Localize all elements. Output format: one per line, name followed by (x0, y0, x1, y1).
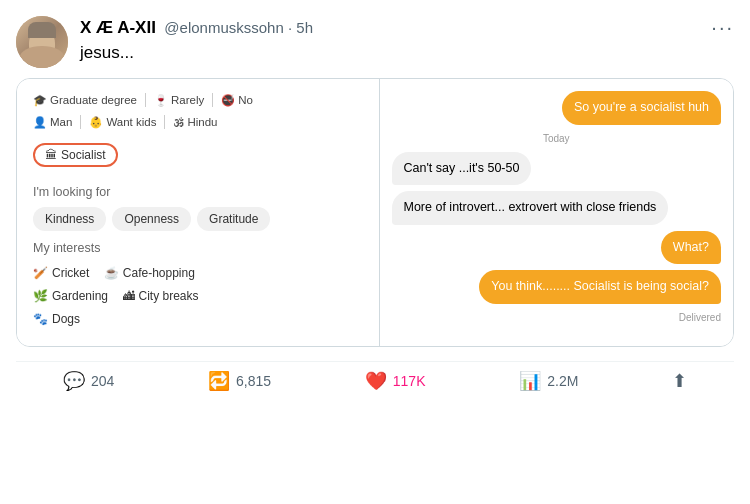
heart-icon: ❤️ (365, 370, 387, 392)
views-count: 2.2M (547, 373, 578, 389)
graduate-tag: 🎓 Graduate degree (33, 93, 137, 107)
tweet-name-row: X Æ A-XII @elonmuskssohn · 5h ··· (80, 16, 734, 39)
no-smoke-icon: 🚭 (221, 94, 235, 107)
tweet: X Æ A-XII @elonmuskssohn · 5h ··· jesus.… (16, 16, 734, 392)
display-name: X Æ A-XII (80, 18, 156, 37)
time: 5h (296, 19, 313, 36)
drink-icon: 🍷 (154, 94, 168, 107)
interests-list-2: 🌿 Gardening 🏙 City breaks (33, 286, 363, 309)
interests-list: 🏏 Cricket ☕ Cafe-hopping (33, 263, 363, 286)
religion-tag: 🕉 Hindu (173, 115, 217, 129)
interests-list-3: 🐾 Dogs (33, 309, 363, 332)
share-icon: ⬆ (672, 370, 687, 392)
smoking-tag: 🚭 No (221, 93, 253, 107)
socialist-tag: 🏛 Socialist (33, 143, 118, 167)
comment-count: 204 (91, 373, 114, 389)
chat-timestamp: Today (392, 133, 722, 144)
rarely-tag: 🍷 Rarely (154, 93, 204, 107)
interest-city: 🏙 City breaks (123, 289, 199, 303)
chat-delivered: Delivered (392, 312, 722, 323)
cafe-icon: ☕ (104, 266, 119, 280)
retweet-action[interactable]: 🔁 6,815 (208, 370, 271, 392)
chat-bubble-received-2: More of introvert... extrovert with clos… (392, 191, 669, 225)
garden-icon: 🌿 (33, 289, 48, 303)
interest-cricket: 🏏 Cricket (33, 266, 89, 280)
chat-bubble-sent-1: So you're a socialist huh (562, 91, 721, 125)
kids-tag: 👶 Want kids (89, 115, 156, 129)
profile-tags-row1: 🎓 Graduate degree 🍷 Rarely 🚭 No (33, 93, 363, 107)
comment-icon: 💬 (63, 370, 85, 392)
pill-kindness: Kindness (33, 207, 106, 231)
chat-bubble-sent-2: What? (661, 231, 721, 265)
tweet-header: X Æ A-XII @elonmuskssohn · 5h ··· jesus.… (16, 16, 734, 68)
more-options-icon[interactable]: ··· (711, 16, 734, 39)
views-icon: 📊 (519, 370, 541, 392)
handle: @elonmuskssohn (164, 19, 283, 36)
tweet-body-text: jesus... (80, 43, 734, 63)
chat-bubble-sent-3: You think........ Socialist is being soc… (479, 270, 721, 304)
cricket-icon: 🏏 (33, 266, 48, 280)
interest-pills: Kindness Openness Gratitude (33, 207, 363, 231)
handle-time: @elonmuskssohn · 5h (164, 19, 313, 36)
bank-icon: 🏛 (45, 148, 57, 162)
hindu-icon: 🕉 (173, 116, 184, 128)
share-action[interactable]: ⬆ (672, 370, 687, 392)
dogs-icon: 🐾 (33, 312, 48, 326)
profile-tags-row2: 👤 Man 👶 Want kids 🕉 Hindu (33, 115, 363, 129)
my-interests-section: My interests 🏏 Cricket ☕ Cafe-hopping 🌿 … (33, 241, 363, 332)
interest-gardening: 🌿 Gardening (33, 289, 108, 303)
looking-for-section: I'm looking for Kindness Openness Gratit… (33, 185, 363, 231)
man-icon: 👤 (33, 116, 47, 129)
interest-cafe: ☕ Cafe-hopping (104, 266, 195, 280)
like-count: 117K (393, 373, 426, 389)
city-icon: 🏙 (123, 289, 135, 303)
man-tag: 👤 Man (33, 115, 72, 129)
kids-icon: 👶 (89, 116, 103, 129)
like-action[interactable]: ❤️ 117K (365, 370, 426, 392)
tweet-user-info: X Æ A-XII @elonmuskssohn · 5h ··· jesus.… (80, 16, 734, 63)
socialist-tag-container: 🏛 Socialist (33, 137, 363, 177)
pill-openness: Openness (112, 207, 191, 231)
views-action[interactable]: 📊 2.2M (519, 370, 578, 392)
looking-for-title: I'm looking for (33, 185, 363, 199)
retweet-count: 6,815 (236, 373, 271, 389)
interest-dogs: 🐾 Dogs (33, 312, 80, 326)
comments-action[interactable]: 💬 204 (63, 370, 114, 392)
profile-panel: 🎓 Graduate degree 🍷 Rarely 🚭 No 👤 (17, 79, 380, 346)
retweet-icon: 🔁 (208, 370, 230, 392)
chat-bubble-received-1: Can't say ...it's 50-50 (392, 152, 532, 186)
content-card: 🎓 Graduate degree 🍷 Rarely 🚭 No 👤 (16, 78, 734, 347)
interests-title: My interests (33, 241, 363, 255)
tweet-footer: 💬 204 🔁 6,815 ❤️ 117K 📊 2.2M ⬆ (16, 361, 734, 392)
chat-panel: So you're a socialist huh Today Can't sa… (380, 79, 734, 346)
avatar (16, 16, 68, 68)
tweet-name-block: X Æ A-XII @elonmuskssohn · 5h (80, 18, 313, 38)
pill-gratitude: Gratitude (197, 207, 270, 231)
graduate-icon: 🎓 (33, 94, 47, 107)
